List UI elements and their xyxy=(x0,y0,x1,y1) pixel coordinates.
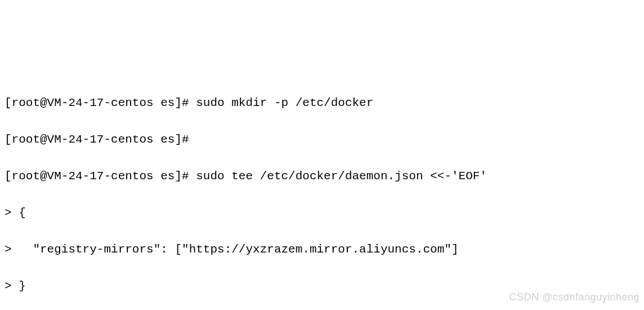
watermark: CSDN @csdnfanguyinheng xyxy=(509,290,639,305)
terminal-output[interactable]: [root@VM-24-17-centos es]# sudo mkdir -p… xyxy=(5,76,639,310)
terminal-line: > "registry-mirrors": ["https://yxzrazem… xyxy=(5,241,639,259)
terminal-line: > { xyxy=(5,204,639,223)
terminal-line: [root@VM-24-17-centos es]# sudo tee /etc… xyxy=(5,167,639,186)
terminal-line: [root@VM-24-17-centos es]# sudo mkdir -p… xyxy=(5,94,639,113)
terminal-line: [root@VM-24-17-centos es]# xyxy=(5,131,639,149)
